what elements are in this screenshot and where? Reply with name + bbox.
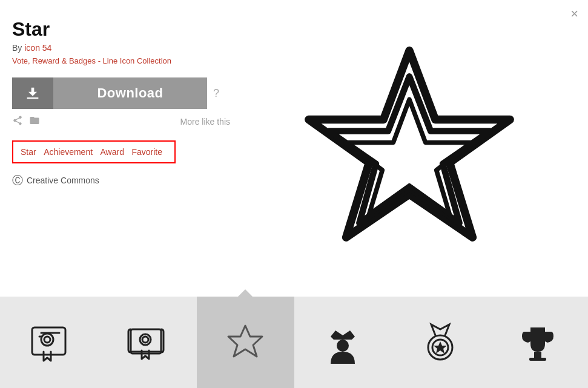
tag-achievement[interactable]: Achievement bbox=[44, 147, 93, 157]
related-icon-1[interactable] bbox=[99, 297, 197, 388]
svg-rect-8 bbox=[131, 329, 161, 353]
download-button[interactable]: Download bbox=[12, 77, 207, 109]
help-icon[interactable]: ? bbox=[213, 87, 219, 100]
more-like-this-link[interactable]: More like this bbox=[180, 117, 230, 127]
license-line: Ⓒ Creative Commons bbox=[12, 173, 230, 188]
svg-marker-13 bbox=[331, 330, 355, 340]
related-icon-5[interactable] bbox=[489, 297, 587, 388]
download-arrow-icon bbox=[24, 85, 41, 102]
tag-favorite[interactable]: Favorite bbox=[131, 147, 162, 157]
related-icon-3[interactable] bbox=[294, 297, 392, 388]
svg-marker-12 bbox=[228, 326, 262, 357]
icon-preview-area bbox=[242, 12, 576, 284]
tag-award[interactable]: Award bbox=[101, 147, 124, 157]
download-label: Download bbox=[53, 85, 207, 101]
tags-container: Star Achievement Award Favorite bbox=[12, 140, 176, 163]
folder-icon[interactable] bbox=[29, 115, 40, 128]
author-line: By icon 54 bbox=[12, 43, 230, 53]
svg-point-4 bbox=[41, 334, 53, 346]
related-icons-bar bbox=[0, 297, 588, 388]
svg-point-10 bbox=[142, 337, 148, 343]
cc-icon: Ⓒ bbox=[12, 173, 23, 188]
tag-star[interactable]: Star bbox=[21, 147, 36, 157]
icon-title: Star bbox=[12, 18, 230, 41]
collection-link[interactable]: Vote, Reward & Badges - Line Icon Collec… bbox=[12, 56, 230, 65]
svg-marker-17 bbox=[434, 341, 447, 353]
svg-point-14 bbox=[337, 340, 349, 352]
svg-rect-18 bbox=[534, 352, 541, 358]
svg-rect-19 bbox=[529, 358, 546, 361]
related-icon-0[interactable] bbox=[2, 297, 99, 388]
star-preview-image bbox=[294, 33, 524, 263]
related-icon-4[interactable] bbox=[392, 297, 489, 388]
license-label: Creative Commons bbox=[27, 176, 99, 185]
download-icon-area bbox=[12, 77, 53, 109]
related-icon-2[interactable] bbox=[197, 297, 294, 388]
author-link[interactable]: icon 54 bbox=[24, 43, 51, 53]
share-icon[interactable] bbox=[12, 115, 23, 128]
svg-point-7 bbox=[44, 337, 50, 343]
